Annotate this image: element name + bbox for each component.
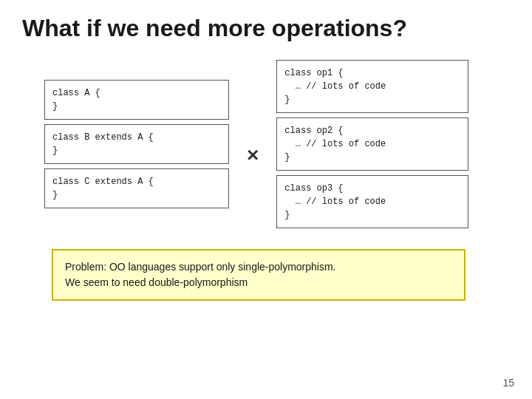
op1-box: class op1 { … // lots of code } <box>276 60 468 113</box>
op3-box: class op3 { … // lots of code } <box>276 175 468 228</box>
class-a-box: class A { } <box>44 80 229 120</box>
class-b-box: class B extends A { } <box>44 124 229 164</box>
class-c-box: class C extends A { } <box>44 168 229 208</box>
problem-box: Problem: OO languages support only singl… <box>52 249 466 301</box>
tables-row: class A { } class B extends A { } class … <box>44 60 510 228</box>
slide-title: What if we need more operations? <box>22 15 510 42</box>
page-number: 15 <box>502 377 514 389</box>
left-column: class A { } class B extends A { } class … <box>44 80 229 208</box>
problem-line2: We seem to need double-polymorphism <box>65 276 248 288</box>
right-column: class op1 { … // lots of code } class op… <box>276 60 468 228</box>
slide: What if we need more operations? class A… <box>0 0 532 399</box>
cross-symbol: × <box>247 143 259 167</box>
problem-line1: Problem: OO languages support only singl… <box>65 261 336 273</box>
op2-box: class op2 { … // lots of code } <box>276 117 468 171</box>
main-content: class A { } class B extends A { } class … <box>22 60 510 301</box>
